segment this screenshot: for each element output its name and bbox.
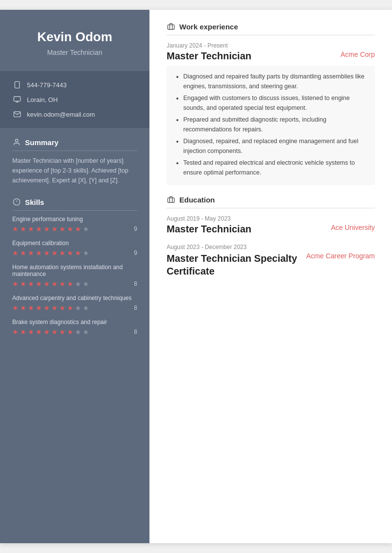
filled-star: ★ [44,225,50,233]
location-text: Lorain, OH [27,96,58,103]
job-bullet: Prepared and submitted diagnostic report… [183,115,367,134]
skill-name: Engine performance tuning [12,216,137,223]
work-experience-title: Work experience [179,23,238,31]
svg-point-4 [15,139,18,142]
stars-container: ★★★★★★★★★★ [12,280,89,288]
svg-rect-2 [14,97,20,101]
work-icon [167,22,175,31]
empty-star: ★ [83,225,89,233]
stars-container: ★★★★★★★★★★ [12,249,89,257]
empty-star: ★ [75,304,81,312]
filled-star: ★ [28,280,34,288]
left-content: Summary Master Technician with [number o… [0,128,149,352]
filled-star: ★ [67,225,74,233]
filled-star: ★ [20,328,26,336]
filled-star: ★ [67,304,74,312]
edu-degree: Master Technician Specialty Certificate [167,252,306,277]
profile-title: Master Technician [12,49,137,56]
jobs-list: January 2024 - PresentMaster TechnicianA… [167,42,375,185]
filled-star: ★ [28,249,34,257]
job-bullet: Diagnosed, repaired, and replaced engine… [183,136,367,156]
education-header: Education [167,195,375,208]
filled-star: ★ [28,304,34,312]
skill-score: 8 [129,280,137,287]
skill-score: 8 [129,328,137,335]
filled-star: ★ [67,328,74,336]
filled-star: ★ [36,280,42,288]
skills-list: Engine performance tuning★★★★★★★★★★9Equi… [12,216,137,336]
svg-rect-0 [15,82,19,88]
job-details-box: Diagnosed and repaired faulty parts by d… [167,66,375,185]
education-entry: August 2023 - December 2023Master Techni… [167,244,375,277]
filled-star: ★ [59,225,66,233]
filled-star: ★ [36,304,42,312]
job-title: Master Technician [167,50,251,62]
stars-container: ★★★★★★★★★★ [12,328,89,336]
filled-star: ★ [67,280,74,288]
filled-star: ★ [59,304,66,312]
phone-icon [12,80,22,90]
filled-star: ★ [59,328,66,336]
education-entry: August 2019 - May 2023Master TechnicianA… [167,215,375,235]
education-list: August 2019 - May 2023Master TechnicianA… [167,215,375,277]
empty-star: ★ [75,280,81,288]
filled-star: ★ [51,249,58,257]
edu-header: Master TechnicianAce University [167,224,375,235]
left-panel: Kevin Odom Master Technician 544-779-744… [0,10,149,543]
skill-row: ★★★★★★★★★★9 [12,249,137,257]
filled-star: ★ [44,280,50,288]
skill-item: Advanced carpentry and cabinetry techniq… [12,295,137,312]
filled-star: ★ [12,280,19,288]
work-experience-header: Work experience [167,22,375,35]
filled-star: ★ [44,249,50,257]
filled-star: ★ [51,328,58,336]
phone-text: 544-779-7443 [27,81,67,89]
job-bullet: Tested and repaired electrical and elect… [183,158,367,177]
skill-score: 9 [129,250,137,256]
filled-star: ★ [36,328,42,336]
education-icon [167,195,175,204]
profile-name: Kevin Odom [12,29,137,45]
skill-name: Equipment calibration [12,240,137,247]
skill-item: Home automation systems installation and… [12,264,137,288]
right-panel: Work experience January 2024 - PresentMa… [149,10,392,543]
filled-star: ★ [12,304,19,312]
skill-row: ★★★★★★★★★★8 [12,328,137,336]
svg-rect-9 [168,198,174,202]
filled-star: ★ [59,280,66,288]
job-date-range: January 2024 - Present [167,42,375,49]
skill-name: Brake system diagnostics and repair [12,319,137,326]
filled-star: ★ [28,328,34,336]
resume-wrapper: Kevin Odom Master Technician 544-779-744… [0,10,392,543]
education-title: Education [179,196,215,204]
filled-star: ★ [67,249,74,257]
skill-item: Equipment calibration★★★★★★★★★★9 [12,240,137,257]
summary-title: Summary [25,138,58,147]
filled-star: ★ [59,249,66,257]
skill-row: ★★★★★★★★★★8 [12,280,137,288]
empty-star: ★ [83,249,89,257]
filled-star: ★ [75,225,81,233]
summary-text: Master Technician with [number of years]… [12,156,137,185]
skill-score: 8 [129,304,137,311]
svg-rect-8 [168,25,174,29]
job-bullet: Diagnosed and repaired faulty parts by d… [183,72,367,91]
skill-name: Home automation systems installation and… [12,264,137,277]
email-text: kevin.odom@email.com [27,111,95,118]
skill-name: Advanced carpentry and cabinetry techniq… [12,295,137,302]
skill-score: 9 [129,226,137,232]
summary-icon [12,138,21,147]
filled-star: ★ [36,225,42,233]
filled-star: ★ [51,304,58,312]
email-icon [12,109,22,119]
edu-school: Ace University [331,224,375,231]
filled-star: ★ [75,249,81,257]
empty-star: ★ [83,304,89,312]
empty-star: ★ [83,280,89,288]
location-icon [12,95,22,104]
skill-row: ★★★★★★★★★★9 [12,225,137,233]
skill-item: Engine performance tuning★★★★★★★★★★9 [12,216,137,233]
company-name: Acme Corp [341,50,375,58]
skills-header: Skills [12,198,137,211]
job-header: Master TechnicianAcme Corp [167,50,375,62]
